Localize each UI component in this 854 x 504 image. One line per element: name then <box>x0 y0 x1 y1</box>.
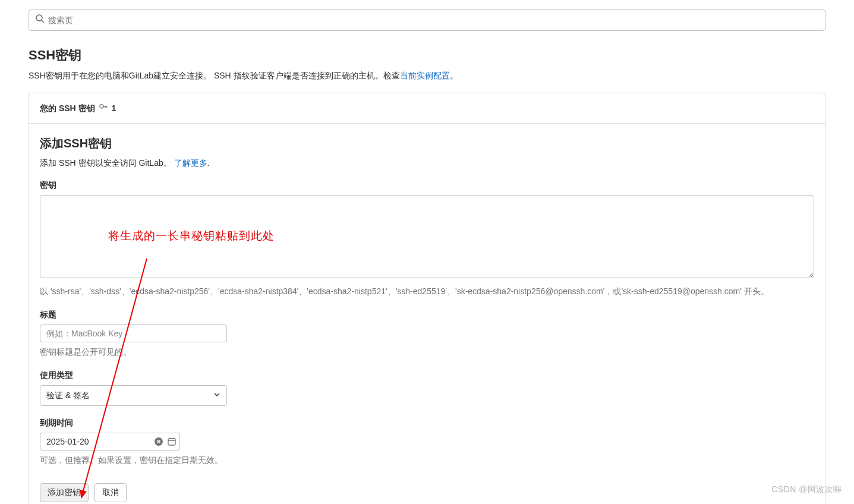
chevron-down-icon <box>213 389 220 402</box>
form-wrap: 密钥 将生成的一长串秘钥粘贴到此处 以 'ssh-rsa'、'ssh-dss'、… <box>40 179 814 502</box>
add-key-desc-after: . <box>207 158 210 168</box>
page-desc-after: 。 <box>450 71 458 80</box>
button-row: 添加密钥 取消 <box>40 483 814 502</box>
instance-config-link[interactable]: 当前实例配置 <box>400 71 450 80</box>
page-desc-text: SSH密钥用于在您的电脑和GitLab建立安全连接。 SSH 指纹验证客户端是否… <box>29 71 400 80</box>
title-input[interactable] <box>40 325 227 342</box>
expire-field-label: 到期时间 <box>40 417 814 429</box>
key-count: 1 <box>112 102 116 115</box>
key-help-text: 以 'ssh-rsa'、'ssh-dss'、'ecdsa-sha2-nistp2… <box>40 285 814 298</box>
add-key-desc: 添加 SSH 密钥以安全访问 GitLab。 了解更多. <box>40 157 814 169</box>
expire-group: 到期时间 可选，但推荐。如果设置，密钥在指定日期无效。 <box>40 417 814 467</box>
calendar-icon[interactable] <box>167 437 177 446</box>
card-header: 您的 SSH 密钥 1 <box>29 93 825 124</box>
expire-help-text: 可选，但推荐。如果设置，密钥在指定日期无效。 <box>40 454 814 467</box>
usage-field-label: 使用类型 <box>40 369 814 382</box>
svg-line-1 <box>42 20 44 23</box>
svg-rect-9 <box>168 439 175 445</box>
clear-date-icon[interactable] <box>154 437 163 446</box>
ssh-keys-card: 您的 SSH 密钥 1 添加SSH密钥 添加 SSH 密钥以安全访问 GitLa… <box>29 93 825 504</box>
search-icon <box>35 14 45 27</box>
title-help-text: 密钥标题是公开可见的。 <box>40 346 814 358</box>
watermark: CSDN @阿波次嘚 <box>771 483 842 496</box>
card-header-label: 您的 SSH 密钥 <box>40 102 95 115</box>
cancel-button[interactable]: 取消 <box>94 483 127 502</box>
title-group: 标题 密钥标题是公开可见的。 <box>40 308 814 358</box>
usage-group: 使用类型 验证 & 签名 <box>40 369 814 406</box>
learn-more-link[interactable]: 了解更多 <box>174 158 207 168</box>
key-textarea-wrap: 将生成的一长串秘钥粘贴到此处 <box>40 195 814 282</box>
page-description: SSH密钥用于在您的电脑和GitLab建立安全连接。 SSH 指纹验证客户端是否… <box>29 70 825 82</box>
key-textarea[interactable] <box>40 195 814 278</box>
search-bar[interactable] <box>29 10 825 31</box>
usage-select[interactable]: 验证 & 签名 <box>40 385 227 406</box>
usage-selected-value: 验证 & 签名 <box>46 389 90 402</box>
add-key-title: 添加SSH密钥 <box>40 134 814 152</box>
add-key-desc-text: 添加 SSH 密钥以安全访问 GitLab。 <box>40 158 174 168</box>
svg-point-2 <box>100 105 103 108</box>
expire-date-input[interactable] <box>46 437 150 446</box>
key-icon <box>99 102 108 115</box>
expire-date-control[interactable] <box>40 433 180 451</box>
title-field-label: 标题 <box>40 308 814 321</box>
search-input[interactable] <box>48 15 819 25</box>
add-key-button[interactable]: 添加密钥 <box>40 483 89 502</box>
card-body: 添加SSH密钥 添加 SSH 密钥以安全访问 GitLab。 了解更多. 密钥 … <box>29 124 825 504</box>
page-title: SSH密钥 <box>29 45 825 65</box>
svg-point-0 <box>36 15 42 21</box>
key-field-label: 密钥 <box>40 179 814 191</box>
